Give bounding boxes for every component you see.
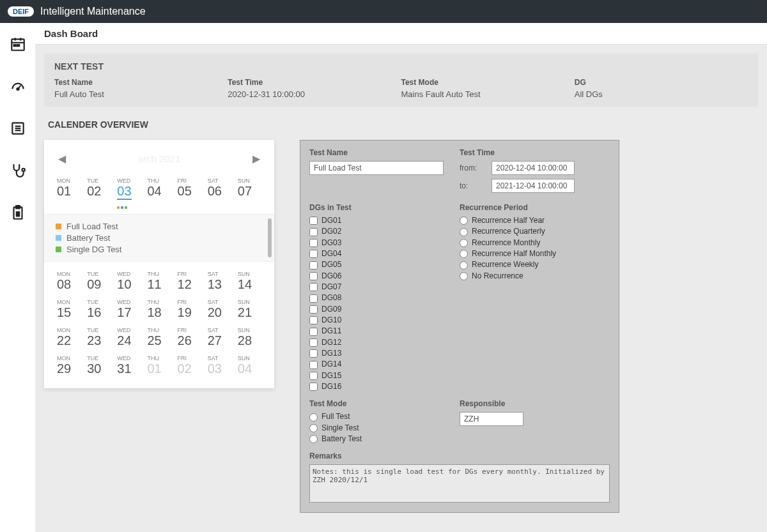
calendar-day[interactable]: MON29 [56, 353, 82, 381]
calendar-day[interactable]: SUN04 [236, 353, 263, 381]
mode-radio[interactable]: Single Test [309, 423, 460, 432]
dg-checkbox[interactable]: DG16 [309, 382, 460, 391]
calendar-day[interactable]: TUE09 [86, 268, 112, 296]
topbar: DEIF Intelligent Maintenance [0, 0, 767, 23]
calendar-day[interactable]: THU11 [146, 268, 172, 296]
svg-point-12 [22, 169, 24, 171]
dg-checkbox[interactable]: DG14 [309, 360, 460, 369]
calendar-day[interactable]: TUE23 [86, 324, 112, 353]
form-to-input[interactable] [492, 179, 575, 193]
legend-scrollbar[interactable] [268, 218, 272, 257]
calendar-day[interactable]: FRI05 [176, 175, 203, 208]
form-remarks-input[interactable] [309, 464, 610, 503]
nt-dg-label: DG [575, 78, 748, 87]
dg-checkbox[interactable]: DG01 [309, 216, 460, 225]
calendar-day[interactable]: WED03 [116, 175, 142, 208]
calendar-day[interactable]: FRI12 [176, 268, 203, 296]
dg-checkbox[interactable]: DG13 [309, 349, 460, 358]
svg-rect-14 [15, 206, 20, 208]
nt-time-label: Test Time [228, 78, 401, 87]
calendar-day[interactable]: THU01 [146, 353, 172, 381]
calendar-day[interactable]: SUN14 [236, 268, 263, 296]
calendar-day[interactable]: MON22 [56, 324, 82, 353]
dg-checkbox[interactable]: DG06 [309, 271, 460, 280]
form-name-input[interactable] [309, 161, 444, 175]
recur-radio[interactable]: No Recurrence [460, 271, 610, 280]
clipboard-icon[interactable] [10, 204, 26, 221]
calendar-day[interactable]: SAT13 [206, 268, 233, 296]
calendar-day[interactable]: SAT20 [206, 296, 233, 324]
form-recur-label: Recurrence Period [460, 203, 610, 212]
legend-item[interactable]: Full Load Test [56, 222, 263, 231]
dg-checkbox[interactable]: DG05 [309, 260, 460, 269]
mode-list: Full TestSingle TestBattery Test [309, 412, 460, 443]
dg-checkbox[interactable]: DG08 [309, 293, 460, 302]
nt-name-label: Test Name [54, 78, 228, 87]
legend-item[interactable]: Single DG Test [56, 245, 263, 254]
recur-radio[interactable]: Recurrence Quarterly [460, 227, 610, 236]
list-icon[interactable] [10, 120, 26, 137]
overview-heading: CALENDER OVERVIEW [48, 119, 758, 130]
form-dgs-label: DGs in Test [309, 203, 460, 212]
app-title: Intelligent Maintenance [40, 6, 146, 17]
dg-checkbox[interactable]: DG11 [309, 326, 460, 335]
next-test-heading: NEXT TEST [54, 61, 748, 72]
dg-checkbox[interactable]: DG04 [309, 249, 460, 258]
next-test-panel: NEXT TEST Test Name Full Auto Test Test … [44, 54, 758, 107]
nt-time-value: 2020-12-31 10:00:00 [228, 89, 401, 99]
mode-radio[interactable]: Battery Test [309, 434, 460, 443]
dg-checkbox[interactable]: DG09 [309, 305, 460, 314]
calendar-day[interactable]: SAT06 [206, 175, 233, 208]
recur-radio[interactable]: Recurrence Half Monthly [460, 249, 610, 258]
calendar-day[interactable]: TUE30 [86, 353, 112, 381]
sidebar [0, 23, 35, 532]
calendar-day[interactable]: SUN21 [236, 296, 263, 324]
calendar-day[interactable]: WED17 [116, 296, 142, 324]
dg-checkbox[interactable]: DG07 [309, 282, 460, 291]
recur-radio[interactable]: Recurrence Monthly [460, 238, 610, 247]
calendar-day[interactable]: THU18 [146, 296, 172, 324]
gauge-icon[interactable] [10, 78, 26, 95]
cal-next-icon[interactable]: ▶ [250, 150, 263, 167]
nt-mode-value: Mains Fault Auto Test [401, 89, 575, 99]
recur-radio[interactable]: Recurrence Weekly [460, 260, 610, 269]
calendar-day[interactable]: MON15 [56, 296, 82, 324]
form-mode-label: Test Mode [309, 399, 460, 408]
form-resp-input[interactable] [460, 412, 523, 426]
calendar-day[interactable]: WED31 [116, 353, 142, 381]
calendar-day[interactable]: SUN28 [236, 324, 263, 353]
recur-radio[interactable]: Recurrence Half Year [460, 216, 610, 225]
calendar-day[interactable]: WED24 [116, 324, 142, 353]
calendar-day[interactable]: THU04 [146, 175, 172, 208]
calendar-day[interactable]: FRI26 [176, 324, 203, 353]
mode-radio[interactable]: Full Test [309, 412, 460, 421]
calendar-day[interactable]: TUE02 [86, 175, 112, 208]
calendar-day[interactable]: FRI02 [176, 353, 203, 381]
page-title: Dash Board [35, 23, 767, 45]
calendar-day[interactable]: MON08 [56, 268, 82, 296]
calendar-day[interactable]: MON01 [56, 175, 82, 208]
nt-dg-value: All DGs [575, 89, 748, 99]
form-from-input[interactable] [492, 161, 575, 175]
dg-checkbox[interactable]: DG03 [309, 238, 460, 247]
form-to-label: to: [460, 181, 492, 190]
calendar: ◀ arch 2021 ▶ MON01TUE02WED03THU04FRI05S… [44, 140, 274, 388]
calendar-icon[interactable] [10, 36, 26, 52]
calendar-day[interactable]: SUN07 [236, 175, 263, 208]
calendar-day[interactable]: WED10 [116, 268, 142, 296]
dg-checkbox[interactable]: DG02 [309, 227, 460, 236]
calendar-day[interactable]: SAT03 [206, 353, 233, 381]
calendar-day[interactable]: THU25 [146, 324, 172, 353]
nt-name-value: Full Auto Test [54, 89, 228, 99]
legend-item[interactable]: Battery Test [56, 233, 263, 243]
dg-checkbox[interactable]: DG15 [309, 371, 460, 380]
form-from-label: from: [460, 163, 492, 172]
form-remarks-label: Remarks [309, 452, 610, 460]
stethoscope-icon[interactable] [10, 162, 26, 179]
calendar-day[interactable]: FRI19 [176, 296, 203, 324]
calendar-day[interactable]: TUE16 [86, 296, 112, 324]
dg-checkbox[interactable]: DG12 [309, 338, 460, 347]
cal-prev-icon[interactable]: ◀ [56, 150, 68, 167]
dg-checkbox[interactable]: DG10 [309, 315, 460, 324]
calendar-day[interactable]: SAT27 [206, 324, 233, 353]
